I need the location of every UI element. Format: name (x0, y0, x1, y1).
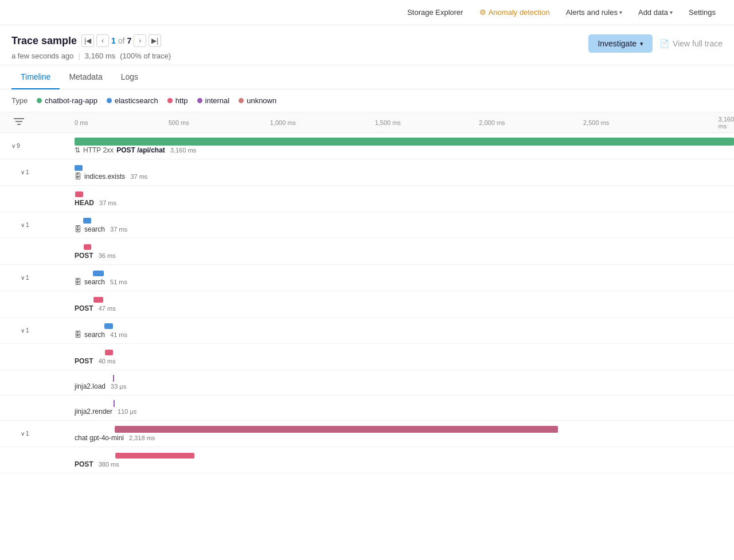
row-left-post2 (0, 291, 75, 317)
expand-count: 9 (17, 143, 20, 149)
span-name: indices.exists (84, 173, 125, 181)
expand-count: 1 (26, 169, 29, 175)
row-left-chat-gpt: ∨ 1 (0, 421, 75, 447)
bar-search2 (75, 269, 734, 277)
trace-of-label: of (118, 36, 125, 45)
unknown-dot (239, 98, 244, 103)
type-legend: Type chatbot-rag-app elasticsearch http … (0, 89, 734, 112)
timeline-header-right: 0 ms 500 ms 1,000 ms 1,500 ms 2,000 ms 2… (75, 112, 734, 132)
span-bar-post3 (105, 350, 114, 355)
view-full-trace-button[interactable]: 📄 View full trace (659, 39, 723, 48)
trace-next-button[interactable]: › (134, 34, 146, 47)
timeline-header: 0 ms 500 ms 1,000 ms 1,500 ms 2,000 ms 2… (0, 112, 734, 133)
filter-icon (14, 118, 24, 126)
label-jinja-render: jinja2.render 110 μs (75, 408, 734, 416)
trace-first-button[interactable]: |◀ (81, 34, 94, 47)
expand-indices[interactable]: ∨ 1 (11, 169, 29, 175)
trace-last-button[interactable]: ▶| (149, 34, 161, 47)
trace-title-row: Trace sample |◀ ‹ 1 of 7 › ▶| (11, 34, 171, 47)
expand-count: 1 (26, 430, 29, 437)
expand-root[interactable]: ∨ 9 (11, 143, 20, 149)
top-navigation: Storage Explorer ⚙ Anomaly detection Ale… (0, 0, 734, 25)
trace-header-left: Trace sample |◀ ‹ 1 of 7 › ▶| a few seco… (11, 34, 171, 60)
row-left-jinja-render (0, 395, 75, 420)
row-right-post3: POST 40 ms (75, 344, 734, 370)
nav-storage-explorer[interactable]: Storage Explorer (400, 5, 470, 20)
span-bar-indices (75, 165, 83, 171)
bar-post-final (75, 452, 734, 460)
investigate-button[interactable]: Investigate ▾ (588, 34, 653, 53)
span-name: chat gpt-4o-mini (75, 434, 124, 442)
span-duration: 51 ms (110, 279, 127, 285)
table-row: ∨ 9 ⇅ HTTP 2xx POST /api/chat 3,160 ms (0, 133, 734, 159)
bar-post2 (75, 296, 734, 304)
table-row: ∨ 1 🗄 search 51 ms (0, 265, 734, 291)
legend-unknown-label: unknown (247, 96, 276, 105)
view-full-trace-label: View full trace (673, 39, 723, 48)
span-bar-search2 (93, 271, 103, 276)
db-icon: 🗄 (75, 173, 81, 181)
span-name: POST /api/chat (116, 146, 165, 154)
label-search1: 🗄 search 37 ms (75, 225, 734, 233)
timeline-header-left (0, 115, 75, 130)
span-duration: 40 ms (99, 358, 116, 365)
label-search3: 🗄 search 41 ms (75, 331, 734, 339)
legend-unknown: unknown (239, 96, 276, 105)
label-chat-gpt: chat gpt-4o-mini 2,318 ms (75, 434, 734, 442)
row-left-search2: ∨ 1 (0, 265, 75, 291)
nav-add-data[interactable]: Add data ▾ (631, 5, 680, 20)
span-method: POST (75, 252, 93, 260)
chevron-icon: ∨ (21, 169, 25, 175)
label-indices: 🗄 indices.exists 37 ms (75, 173, 734, 181)
expand-search2[interactable]: ∨ 1 (11, 275, 29, 281)
label-post3: POST 40 ms (75, 357, 734, 365)
type-label: Type (11, 96, 28, 105)
bar-search3 (75, 322, 734, 330)
chevron-down-icon: ▾ (619, 9, 622, 15)
span-duration: 380 ms (99, 461, 119, 468)
span-bar-head (75, 191, 83, 197)
nav-alerts-rules[interactable]: Alerts and rules ▾ (559, 5, 629, 20)
nav-settings[interactable]: Settings (682, 5, 723, 20)
table-row: POST 380 ms (0, 447, 734, 473)
span-duration: 41 ms (110, 331, 127, 338)
bar-indices (75, 164, 734, 172)
tab-timeline[interactable]: Timeline (11, 65, 60, 89)
span-bar-chat-gpt (115, 426, 558, 433)
expand-search1[interactable]: ∨ 1 (11, 222, 29, 228)
table-row: ∨ 1 🗄 indices.exists 37 ms (0, 159, 734, 186)
label-post-final: POST 380 ms (75, 460, 734, 468)
row-left-root: ∨ 9 (0, 133, 75, 159)
expand-chat-gpt[interactable]: ∨ 1 (11, 430, 29, 437)
table-row: jinja2.render 110 μs (0, 395, 734, 421)
internal-dot (197, 98, 202, 103)
trace-prev-button[interactable]: ‹ (96, 34, 109, 47)
span-duration: 37 ms (130, 173, 147, 180)
expand-search3[interactable]: ∨ 1 (11, 327, 29, 334)
tab-logs[interactable]: Logs (112, 65, 147, 89)
legend-internal-label: internal (205, 96, 230, 105)
chevron-down-icon: ▾ (640, 40, 643, 48)
trace-header: Trace sample |◀ ‹ 1 of 7 › ▶| a few seco… (0, 25, 734, 65)
meta-separator: | (78, 52, 80, 60)
expand-count: 1 (26, 275, 29, 281)
label-post2: POST 47 ms (75, 304, 734, 312)
table-row: POST 47 ms (0, 291, 734, 318)
time-marker-500: 500 ms (169, 119, 189, 126)
investigate-label: Investigate (598, 39, 637, 48)
row-right-jinja-render: jinja2.render 110 μs (75, 395, 734, 420)
table-row: jinja2.load 33 μs (0, 370, 734, 395)
nav-anomaly-detection[interactable]: ⚙ Anomaly detection (473, 5, 557, 20)
bar-chat-gpt (75, 425, 734, 433)
bar-search1 (75, 217, 734, 225)
filter-icon-button[interactable] (11, 115, 26, 130)
trace-header-right: Investigate ▾ 📄 View full trace (588, 34, 723, 53)
label-head: HEAD 37 ms (75, 199, 734, 207)
tab-metadata[interactable]: Metadata (60, 65, 111, 89)
bar-root (75, 138, 734, 146)
trace-timestamp: a few seconds ago (11, 52, 73, 60)
span-name: search (84, 225, 105, 233)
transfer-icon: ⇅ (75, 146, 80, 154)
row-left-search3: ∨ 1 (0, 318, 75, 343)
row-right-head: HEAD 37 ms (75, 186, 734, 212)
